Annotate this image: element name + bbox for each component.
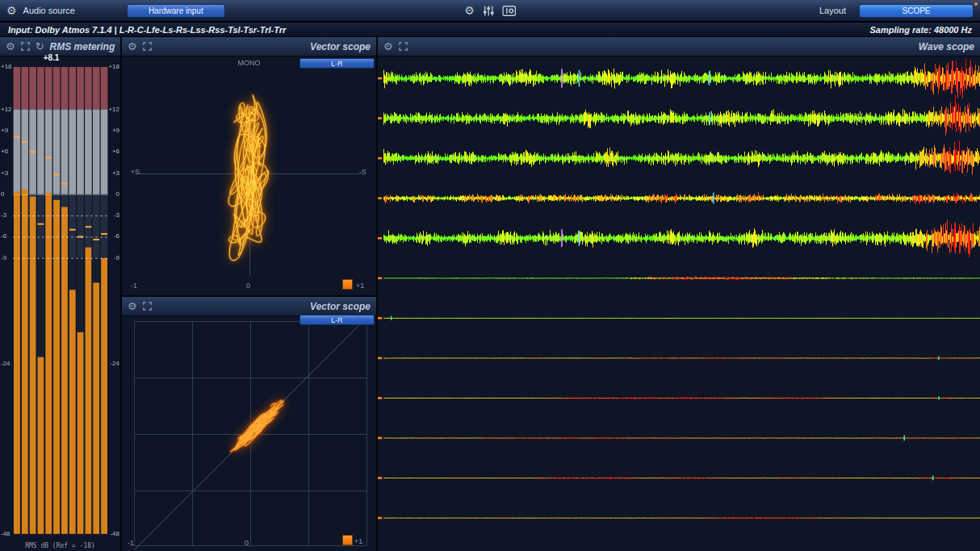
vector-scope-top-panel: ⚙ Vector scope L-R MONO +S -S -1 0 +1 [122,37,376,295]
clip-indicator[interactable] [342,535,353,545]
scale-min-label: -1 [131,282,137,290]
rms-fullscreen-icon[interactable] [21,42,30,51]
rms-reset-icon[interactable]: ↻ [36,41,44,52]
rms-scale-label: -24 [110,361,119,367]
io-routing-icon[interactable] [502,6,516,16]
minus-s-axis-label: -S [359,168,366,176]
faders-icon[interactable] [483,6,494,16]
wave-fullscreen-icon[interactable] [399,42,408,51]
rms-scale-label: -3 [1,212,6,219]
rms-scale-label: +9 [112,127,119,134]
vector-top-title: Vector scope [310,41,371,52]
scale-zero-label: 0 [245,539,249,547]
scope-layout-button[interactable]: SCOPE [859,4,974,18]
wave-settings-gear-icon[interactable]: ⚙ [383,41,393,52]
vector-bottom-fullscreen-icon[interactable] [143,302,152,311]
rms-scale-label: +6 [1,148,8,155]
rms-scale-label: +3 [1,170,8,177]
status-indicator-dot [974,2,978,6]
scale-min-label: -1 [128,539,134,547]
vector-scope-display [122,56,376,295]
input-format-text: Input: Dolby Atmos 7.1.4 | L-R-C-Lfe-Ls-… [8,25,286,35]
rms-scale-label: -6 [114,233,119,240]
vector-top-header: ⚙ Vector scope [122,37,376,56]
vector-bottom-settings-gear-icon[interactable]: ⚙ [128,301,137,311]
toolbar-center-icons: ⚙ [464,5,516,16]
vector-top-settings-gear-icon[interactable]: ⚙ [128,41,137,52]
scale-max-label: +1 [356,282,364,290]
hardware-input-button[interactable]: Hardware input [127,4,225,18]
sampling-rate-text: Sampling rate: 48000 Hz [869,25,972,35]
rms-metering-panel: ⚙ ↻ RMS metering +8.1 RMS dB (Ref = -18)… [0,37,120,551]
toolbar-right: Layout SCOPE [819,4,974,18]
rms-panel-title: RMS metering [50,41,115,52]
scale-zero-label: 0 [246,282,250,290]
plus-s-axis-label: +S [131,168,140,176]
audio-source-label: Audio source [23,6,75,15]
layout-label: Layout [819,6,846,15]
rms-settings-gear-icon[interactable]: ⚙ [6,41,15,52]
setup-gear-icon[interactable]: ⚙ [464,5,475,16]
rms-scale-label: -3 [114,212,119,219]
rms-scale-label: -48 [110,531,119,537]
rms-scale-label: 0 [116,191,119,198]
wave-title: Wave scope [919,41,974,52]
rms-scale-label: +12 [108,106,119,113]
vector-scope-bottom-panel: ⚙ Vector scope L-R -1 0 +1 [122,297,376,551]
settings-gear-icon[interactable]: ⚙ [6,5,17,16]
rms-scale-label: +18 [1,64,12,70]
rms-reference-label: RMS dB (Ref = -18) [0,542,120,549]
rms-meter-display [0,56,120,551]
rms-scale-label: -9 [114,255,119,261]
vector-bottom-header: ⚙ Vector scope [122,297,376,316]
wave-header: ⚙ Wave scope [378,37,980,56]
rms-scale-label: +3 [112,170,119,177]
input-info-bar: Input: Dolby Atmos 7.1.4 | L-R-C-Lfe-Ls-… [0,23,980,37]
vector-bottom-mode-button[interactable]: L-R [299,315,375,325]
rms-scale-label: -24 [1,361,10,367]
rms-scale-label: -48 [1,531,10,537]
wave-scope-panel: ⚙ Wave scope [378,37,980,551]
rms-scale-label: +9 [1,127,8,134]
rms-scale-label: +18 [108,64,119,70]
rms-scale-label: -6 [1,233,6,240]
rms-scale-label: +12 [1,106,12,113]
mono-axis-label: MONO [122,59,376,67]
scale-max-label: +1 [354,537,362,545]
xy-scope-display [122,316,376,551]
vector-top-fullscreen-icon[interactable] [143,42,152,51]
clip-indicator[interactable] [342,279,353,290]
top-toolbar: ⚙ Audio source Hardware input ⚙ Layout S… [0,0,980,22]
waveform-display [378,56,980,551]
rms-scale-label: 0 [1,191,4,198]
rms-scale-label: -9 [1,255,6,261]
vector-bottom-title: Vector scope [310,301,371,312]
rms-scale-label: +6 [112,148,119,155]
